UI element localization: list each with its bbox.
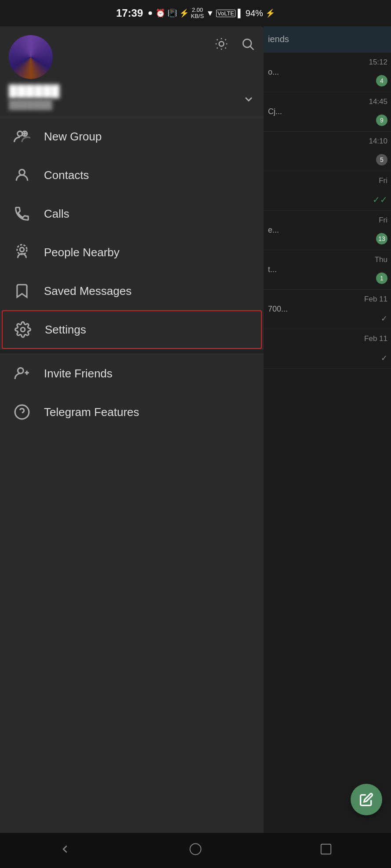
svg-point-0 xyxy=(219,42,224,47)
chat-badge-2: 9 xyxy=(376,115,387,126)
person-add-icon xyxy=(11,362,33,385)
chat-preview-6: t... xyxy=(268,265,387,274)
chat-item-4[interactable]: Fri ✓✓ xyxy=(264,171,391,211)
alarm-icon: ⏰ xyxy=(156,8,165,18)
chat-time-6: Thu xyxy=(375,255,387,264)
menu-label-people-nearby: People Nearby xyxy=(44,246,119,259)
people-nearby-icon xyxy=(11,241,33,264)
menu-item-settings[interactable]: Settings xyxy=(2,310,262,349)
profile-status-text: ███████ xyxy=(9,100,52,109)
status-bar-content: 17:39 ⏰ 📳 ⚡ 2.00KB/S ▼ VoLTE ▌ 94% ⚡ xyxy=(116,7,275,20)
question-circle-icon xyxy=(11,401,33,423)
svg-line-7 xyxy=(217,47,218,48)
chat-header-text: iends xyxy=(268,34,289,44)
svg-point-9 xyxy=(243,39,251,47)
svg-point-16 xyxy=(20,247,24,252)
bottom-nav xyxy=(0,833,391,868)
profile-status: ███████ xyxy=(9,100,255,110)
profile-section: ██████ ███████ xyxy=(0,26,264,117)
chat-preview-7: 700... xyxy=(268,305,387,314)
menu-label-settings: Settings xyxy=(45,323,86,337)
menu-label-contacts: Contacts xyxy=(44,169,89,182)
svg-point-24 xyxy=(190,843,201,854)
menu-item-telegram-features[interactable]: Telegram Features xyxy=(0,393,264,431)
wifi-icon: ▼ xyxy=(206,9,214,18)
svg-line-4 xyxy=(225,47,226,48)
svg-point-19 xyxy=(18,368,24,373)
gear-icon xyxy=(11,318,34,341)
status-icons: ⏰ 📳 ⚡ 2.00KB/S ▼ VoLTE ▌ 94% ⚡ xyxy=(156,7,275,20)
menu-item-calls[interactable]: Calls xyxy=(0,194,264,233)
chat-item-2[interactable]: 14:45 Cj... 9 xyxy=(264,92,391,132)
menu-item-new-group[interactable]: New Group xyxy=(0,117,264,156)
chat-check-7: ✓ xyxy=(381,314,387,323)
compose-fab[interactable] xyxy=(351,784,382,815)
chat-time-1: 15:12 xyxy=(369,58,387,67)
menu-item-contacts[interactable]: Contacts xyxy=(0,156,264,194)
chat-badge-1: 4 xyxy=(376,75,387,86)
chat-item-5[interactable]: Fri e... 13 xyxy=(264,211,391,250)
chat-check-4: ✓✓ xyxy=(373,194,387,205)
group-icon xyxy=(11,125,33,148)
chat-item-8[interactable]: Feb 11 ✓ xyxy=(264,329,391,369)
chat-badge-6: 1 xyxy=(376,273,387,284)
menu-label-telegram-features: Telegram Features xyxy=(44,405,139,419)
chat-badge-5: 13 xyxy=(376,233,387,244)
profile-name: ██████ xyxy=(9,84,255,98)
recents-button[interactable] xyxy=(306,838,346,863)
chat-item-7[interactable]: Feb 11 700... ✓ xyxy=(264,290,391,329)
signal-icon: ▌ xyxy=(238,9,243,18)
data-speed: 2.00KB/S xyxy=(191,7,204,20)
navigation-drawer: ██████ ███████ xyxy=(0,26,264,868)
chat-background: iends 15:12 o... 4 14:45 Cj... 9 14:10 5 xyxy=(264,26,391,868)
person-icon xyxy=(11,164,33,187)
chat-item-3[interactable]: 14:10 5 xyxy=(264,132,391,171)
svg-point-17 xyxy=(17,245,27,255)
menu-item-invite-friends[interactable]: Invite Friends xyxy=(0,354,264,393)
menu-label-invite-friends: Invite Friends xyxy=(44,367,112,380)
menu-label-new-group: New Group xyxy=(44,130,102,143)
chat-time-7: Feb 11 xyxy=(364,295,387,304)
back-button[interactable] xyxy=(45,838,85,863)
search-button[interactable] xyxy=(241,37,255,54)
status-dot xyxy=(148,11,152,15)
chat-item-1[interactable]: 15:12 o... 4 xyxy=(264,53,391,92)
section-divider xyxy=(0,349,264,354)
svg-rect-25 xyxy=(321,844,331,854)
bluetooth-icon: ⚡ xyxy=(179,8,189,18)
profile-name-text: ██████ xyxy=(9,84,60,98)
svg-point-11 xyxy=(18,131,22,136)
volte-icon: VoLTE xyxy=(216,10,235,17)
menu-item-people-nearby[interactable]: People Nearby xyxy=(0,233,264,272)
chat-time-8: Feb 11 xyxy=(364,334,387,343)
chat-preview-2: Cj... xyxy=(268,107,387,116)
chat-list: 15:12 o... 4 14:45 Cj... 9 14:10 5 Fri ✓… xyxy=(264,53,391,369)
vibrate-icon: 📳 xyxy=(167,8,177,18)
status-time: 17:39 xyxy=(116,7,143,19)
svg-line-8 xyxy=(225,39,226,40)
svg-point-18 xyxy=(21,327,25,332)
home-button[interactable] xyxy=(176,838,215,863)
bookmark-icon xyxy=(11,280,33,302)
chat-badge-3: 5 xyxy=(376,154,387,165)
chat-time-3: 14:10 xyxy=(369,137,387,146)
chat-time-5: Fri xyxy=(379,216,387,225)
svg-point-15 xyxy=(19,169,25,175)
phone-icon xyxy=(11,202,33,225)
brightness-button[interactable] xyxy=(214,37,228,54)
svg-line-3 xyxy=(217,39,218,40)
chat-time-4: Fri xyxy=(379,176,387,185)
main-container: iends 15:12 o... 4 14:45 Cj... 9 14:10 5 xyxy=(0,26,391,868)
chat-item-6[interactable]: Thu t... 1 xyxy=(264,250,391,290)
svg-line-10 xyxy=(250,47,253,50)
chevron-down-icon[interactable] xyxy=(243,93,255,108)
chat-preview-5: e... xyxy=(268,226,387,235)
battery-text: 94% xyxy=(246,8,263,18)
avatar[interactable] xyxy=(9,35,53,79)
menu-item-saved-messages[interactable]: Saved Messages xyxy=(0,272,264,310)
menu-label-calls: Calls xyxy=(44,207,69,221)
chat-preview-1: o... xyxy=(268,68,387,77)
menu-label-saved-messages: Saved Messages xyxy=(44,284,131,298)
battery-bolt-icon: ⚡ xyxy=(265,8,275,18)
chat-time-2: 14:45 xyxy=(369,97,387,106)
